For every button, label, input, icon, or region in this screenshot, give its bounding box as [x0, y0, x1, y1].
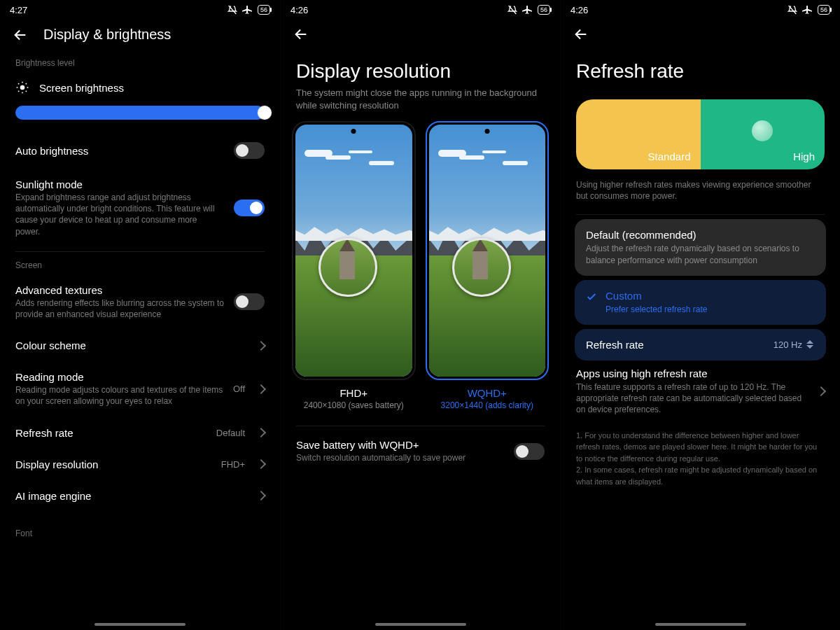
wqhd-detail: 3200×1440 (adds clarity)	[426, 400, 550, 410]
advanced-textures-row[interactable]: Advanced textures Adds rendering effects…	[15, 274, 265, 330]
screen-brightness-row: Screen brightness	[15, 72, 265, 102]
option-default-title: Default (recommended)	[586, 229, 815, 241]
option-default-desc: Adjust the refresh rate dynamically base…	[586, 243, 815, 265]
battery-icon: 56	[538, 5, 550, 15]
display-resolution-row[interactable]: Display resolution FHD+	[15, 449, 265, 480]
fhd-label: FHD+	[292, 387, 416, 399]
divider	[296, 426, 545, 426]
chevron-right-icon	[256, 491, 266, 500]
airplane-icon	[242, 4, 253, 15]
brightness-slider[interactable]	[15, 106, 265, 120]
airplane-icon	[802, 4, 813, 15]
home-indicator[interactable]	[94, 623, 186, 626]
page-title: Display resolution	[281, 49, 560, 87]
display-brightness-screen: 4:27 56 Display & brightness Brightness …	[0, 0, 280, 630]
section-screen: Screen	[15, 260, 265, 270]
option-custom-desc: Prefer selected refresh rate	[606, 304, 707, 315]
reading-mode-row[interactable]: Reading mode Reading mode adjusts colour…	[15, 361, 265, 416]
back-button[interactable]	[293, 27, 309, 42]
ai-image-engine-label: AI image engine	[15, 490, 248, 502]
stepper-icon[interactable]	[806, 340, 815, 349]
chevron-right-icon	[816, 386, 826, 396]
advanced-textures-desc: Adds rendering effects like blurring acr…	[15, 298, 224, 320]
svg-line-7	[18, 91, 19, 92]
page-title: Refresh rate	[561, 49, 840, 87]
refresh-rate-value: 120 Hz	[774, 340, 802, 350]
advanced-textures-toggle[interactable]	[234, 293, 265, 310]
sun-icon	[15, 80, 29, 94]
status-bar: 4:26 56	[561, 0, 840, 17]
reading-mode-value: Off	[233, 384, 245, 394]
wqhd-label: WQHD+	[426, 387, 550, 399]
mute-icon	[787, 4, 798, 15]
display-resolution-screen: 4:26 56 Display resolution The system mi…	[280, 0, 560, 630]
status-bar: 4:26 56	[281, 0, 560, 17]
refresh-rate-screen: 4:26 56 Refresh rate Standard High Using…	[560, 0, 840, 630]
auto-brightness-toggle[interactable]	[234, 142, 265, 159]
colour-scheme-label: Colour scheme	[15, 340, 248, 351]
page-title: Display & brightness	[43, 27, 171, 43]
svg-line-6	[26, 91, 27, 92]
svg-point-0	[20, 85, 25, 90]
option-custom-title: Custom	[606, 290, 707, 302]
auto-brightness-row[interactable]: Auto brightness	[15, 132, 265, 169]
apps-high-refresh-label: Apps using high refresh rate	[576, 368, 811, 379]
section-font: Font	[15, 528, 265, 538]
auto-brightness-label: Auto brightness	[15, 145, 224, 157]
demo-high: High	[701, 99, 825, 169]
refresh-info: Using higher refresh rates makes viewing…	[561, 179, 840, 211]
save-battery-toggle[interactable]	[514, 443, 545, 460]
fhd-detail: 2400×1080 (saves battery)	[292, 400, 416, 410]
refresh-rate-value-row[interactable]: Refresh rate 120 Hz	[575, 329, 826, 360]
sunlight-mode-desc: Expand brightness range and adjust brigh…	[15, 192, 224, 237]
footnote-1: 1. For you to understand the difference …	[576, 430, 825, 465]
mute-icon	[507, 4, 518, 15]
battery-icon: 56	[818, 5, 830, 15]
divider	[15, 251, 265, 252]
airplane-icon	[522, 4, 533, 15]
screen-brightness-label: Screen brightness	[39, 82, 124, 94]
refresh-rate-demo: Standard High	[576, 99, 825, 169]
home-indicator[interactable]	[375, 623, 466, 626]
save-battery-label: Save battery with WQHD+	[296, 439, 504, 451]
status-time: 4:27	[10, 5, 27, 15]
refresh-rate-row[interactable]: Refresh rate Default	[15, 417, 265, 449]
chevron-right-icon	[256, 428, 266, 438]
display-resolution-value: FHD+	[221, 459, 245, 470]
status-time: 4:26	[570, 5, 588, 15]
refresh-rate-label: Refresh rate	[15, 427, 206, 439]
battery-icon: 56	[258, 5, 270, 15]
apps-high-refresh-row[interactable]: Apps using high refresh rate This featur…	[576, 368, 825, 416]
mute-icon	[227, 4, 238, 15]
resolution-option-fhd[interactable]: FHD+ 2400×1080 (saves battery)	[292, 121, 416, 410]
save-battery-row[interactable]: Save battery with WQHD+ Switch resolutio…	[281, 429, 560, 473]
ai-image-engine-row[interactable]: AI image engine	[15, 480, 265, 512]
reading-mode-desc: Reading mode adjusts colours and texture…	[15, 384, 223, 407]
sunlight-mode-row[interactable]: Sunlight mode Expand brightness range an…	[15, 169, 265, 247]
option-custom[interactable]: Custom Prefer selected refresh rate	[575, 280, 826, 325]
resolution-option-wqhd[interactable]: WQHD+ 3200×1440 (adds clarity)	[426, 121, 550, 410]
chevron-right-icon	[256, 341, 266, 351]
back-button[interactable]	[573, 27, 589, 42]
home-indicator[interactable]	[655, 623, 746, 626]
save-battery-desc: Switch resolution automatically to save …	[296, 452, 504, 463]
section-brightness: Brightness level	[15, 58, 265, 68]
refresh-rate-value: Default	[216, 428, 245, 438]
footnote-2: 2. In some cases, refresh rate might be …	[576, 464, 825, 487]
page-subtitle: The system might close the apps running …	[281, 87, 560, 121]
demo-standard: Standard	[576, 99, 701, 169]
advanced-textures-label: Advanced textures	[15, 284, 224, 296]
refresh-rate-value-label: Refresh rate	[586, 339, 644, 351]
colour-scheme-row[interactable]: Colour scheme	[15, 330, 265, 361]
svg-line-8	[26, 83, 27, 84]
orb-icon	[752, 120, 773, 141]
back-button[interactable]	[13, 27, 28, 43]
sunlight-mode-toggle[interactable]	[234, 200, 265, 216]
check-icon	[586, 291, 597, 302]
sunlight-mode-label: Sunlight mode	[15, 178, 224, 190]
svg-line-5	[18, 83, 19, 84]
option-default[interactable]: Default (recommended) Adjust the refresh…	[575, 219, 826, 275]
chevron-right-icon	[256, 459, 266, 469]
reading-mode-label: Reading mode	[15, 371, 223, 383]
apps-high-refresh-desc: This feature supports a refresh rate of …	[576, 382, 811, 416]
